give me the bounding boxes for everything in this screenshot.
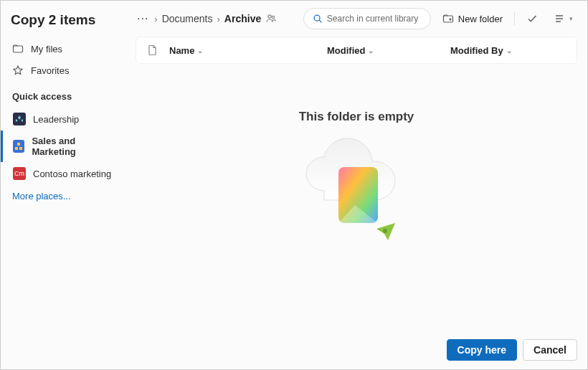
sidebar-item-label: Favorites bbox=[31, 65, 69, 76]
dialog-footer: Copy here Cancel bbox=[1, 331, 587, 369]
star-icon bbox=[12, 65, 24, 76]
site-icon: Cm bbox=[13, 167, 26, 180]
svg-point-5 bbox=[272, 16, 275, 18]
search-field[interactable] bbox=[303, 8, 431, 29]
svg-point-4 bbox=[268, 15, 271, 18]
select-toggle-button[interactable] bbox=[522, 10, 542, 27]
divider bbox=[514, 12, 515, 25]
site-icon bbox=[13, 140, 24, 153]
chevron-down-icon: ⌄ bbox=[197, 47, 203, 54]
new-folder-icon bbox=[442, 13, 454, 24]
table-header: Name ⌄ Modified ⌄ Modified By ⌄ bbox=[136, 37, 577, 64]
chevron-down-icon: ▾ bbox=[569, 15, 573, 22]
column-header-modified[interactable]: Modified ⌄ bbox=[327, 45, 442, 56]
sidebar-item-favorites[interactable]: Favorites bbox=[1, 60, 124, 81]
svg-point-6 bbox=[314, 15, 320, 21]
svg-rect-2 bbox=[15, 147, 18, 150]
checkmark-icon bbox=[526, 13, 538, 24]
column-header-modified-by[interactable]: Modified By ⌄ bbox=[450, 45, 565, 56]
column-header-name[interactable]: Name ⌄ bbox=[169, 45, 318, 56]
qa-label: Leadership bbox=[33, 114, 79, 125]
new-folder-button[interactable]: New folder bbox=[438, 10, 507, 27]
empty-state: This folder is empty bbox=[136, 64, 577, 331]
quick-access-leadership[interactable]: Leadership bbox=[1, 108, 124, 131]
qa-label: Sales and Marketing bbox=[32, 136, 114, 157]
chevron-right-icon: › bbox=[217, 14, 220, 24]
sidebar: Copy 2 items My files Favorites Quick ac… bbox=[1, 1, 124, 331]
header: ··· › Documents › Archive New fold bbox=[136, 8, 577, 29]
quick-access-contoso-marketing[interactable]: Cm Contoso marketing bbox=[1, 162, 124, 185]
chevron-down-icon: ⌄ bbox=[368, 47, 374, 54]
more-places-link[interactable]: More places... bbox=[1, 185, 124, 207]
sidebar-item-label: My files bbox=[31, 44, 62, 54]
breadcrumb-documents[interactable]: Documents bbox=[162, 13, 213, 24]
svg-rect-0 bbox=[14, 46, 23, 52]
list-view-icon bbox=[554, 13, 565, 24]
people-icon[interactable] bbox=[265, 13, 277, 24]
copy-here-button[interactable]: Copy here bbox=[447, 339, 517, 361]
svg-rect-3 bbox=[19, 147, 22, 150]
file-type-column-icon[interactable] bbox=[148, 44, 161, 56]
svg-point-9 bbox=[383, 229, 387, 233]
chevron-down-icon: ⌄ bbox=[506, 47, 512, 54]
search-input[interactable] bbox=[327, 14, 435, 24]
breadcrumb-overflow-button[interactable]: ··· bbox=[136, 11, 150, 27]
breadcrumb-archive[interactable]: Archive bbox=[224, 13, 261, 24]
sidebar-item-my-files[interactable]: My files bbox=[1, 38, 124, 60]
new-folder-label: New folder bbox=[458, 14, 503, 24]
quick-access-title: Quick access bbox=[1, 81, 124, 108]
main-pane: ··· › Documents › Archive New fold bbox=[124, 1, 587, 331]
svg-rect-1 bbox=[17, 143, 20, 146]
qa-label: Contoso marketing bbox=[33, 169, 111, 179]
breadcrumb: ··· › Documents › Archive bbox=[136, 11, 296, 27]
cancel-button[interactable]: Cancel bbox=[523, 339, 577, 361]
view-options-button[interactable]: ▾ bbox=[549, 10, 577, 27]
chevron-right-icon: › bbox=[154, 14, 157, 24]
empty-folder-illustration bbox=[299, 137, 414, 252]
site-icon bbox=[13, 113, 26, 125]
dialog-title: Copy 2 items bbox=[1, 12, 124, 38]
folder-icon bbox=[12, 43, 24, 54]
quick-access-sales-marketing[interactable]: Sales and Marketing bbox=[1, 131, 124, 162]
empty-state-title: This folder is empty bbox=[299, 110, 414, 124]
search-icon bbox=[313, 14, 323, 24]
